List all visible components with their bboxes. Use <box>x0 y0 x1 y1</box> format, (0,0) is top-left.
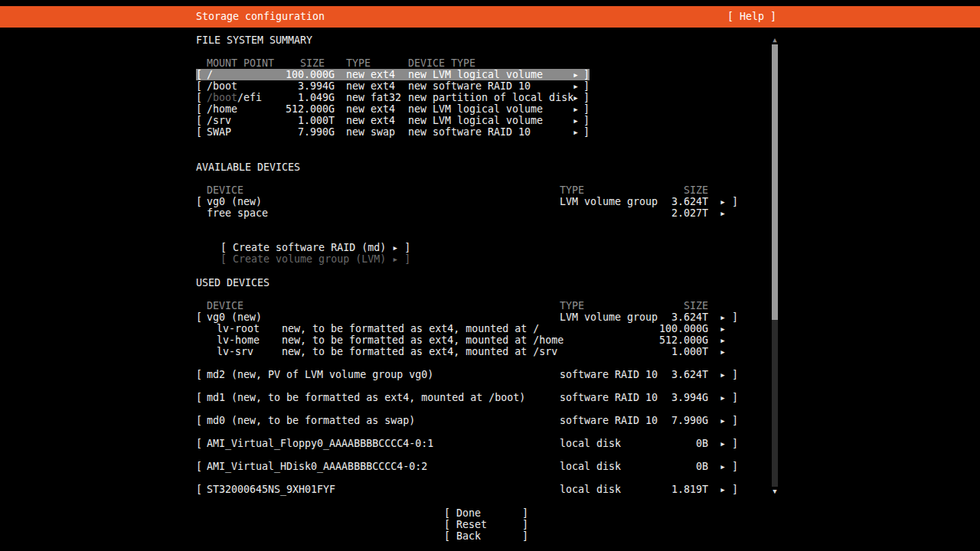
col-device-type: DEVICE TYPE <box>408 57 475 69</box>
reset-label: Reset <box>456 519 487 530</box>
row-menu-arrow-icon: ▸ <box>573 115 579 126</box>
size-value: 0B <box>632 438 708 449</box>
mount-prefix: /boot <box>207 92 237 103</box>
done-label: Done <box>456 507 481 519</box>
scroll-up-icon[interactable]: ▲ <box>770 35 779 44</box>
row-menu-arrow-icon: ▸ <box>720 484 726 495</box>
bracket-open: [ <box>196 311 202 323</box>
device-type: local disk <box>560 484 621 495</box>
mount-path: /efi <box>237 92 262 103</box>
scrollbar[interactable]: ▲ ▼ <box>770 35 779 496</box>
lv-description: new, to be formatted as ext4, mounted at… <box>282 334 564 346</box>
col-type: TYPE <box>560 184 584 196</box>
help-button[interactable]: [ Help ] <box>727 11 776 22</box>
device-type: new software RAID 10 <box>408 126 531 138</box>
device-type: new LVM logical volume <box>408 103 543 115</box>
device-name: vg0 (new) <box>207 311 262 323</box>
size-value: 1.000T <box>273 115 335 126</box>
used-row-virtual-hdisk[interactable]: [ AMI_Virtual_HDisk0_AAAABBBBCCCC4-0:2 l… <box>196 461 738 472</box>
mount-point: /srv <box>207 115 231 126</box>
used-row-md1[interactable]: [ md1 (new, to be formatted as ext4, mou… <box>196 392 738 403</box>
bracket-close: ] <box>732 415 738 426</box>
fs-row-boot[interactable]: [ /boot 3.994G new ext4 new software RAI… <box>196 80 590 92</box>
create-vg-label: Create volume group (LVM) <box>233 253 386 265</box>
fs-type: new ext4 <box>346 69 395 80</box>
done-button[interactable]: [ Done ] <box>444 507 530 519</box>
device-name: md0 (new, to be formatted as swap) <box>207 415 415 426</box>
mount-point: / <box>207 69 213 80</box>
bracket-open: [ <box>196 438 202 449</box>
fs-type: new fat32 <box>346 92 401 103</box>
used-row-st32000645ns[interactable]: [ ST32000645NS_9XH01FYF local disk 1.819… <box>196 484 738 495</box>
page-title: Storage configuration <box>196 11 325 22</box>
bracket-open: [ <box>196 115 202 126</box>
row-menu-arrow-icon: ▸ <box>573 103 579 115</box>
used-row-lv-home[interactable]: lv-home new, to be formatted as ext4, mo… <box>196 334 738 346</box>
row-menu-arrow-icon: ▸ <box>573 92 579 103</box>
fs-type: new swap <box>346 126 395 138</box>
scrollbar-track[interactable] <box>772 44 778 487</box>
used-row-lv-root[interactable]: lv-root new, to be formatted as ext4, mo… <box>196 323 738 334</box>
bracket-open: [ <box>196 126 202 138</box>
fs-row-swap[interactable]: [ SWAP 7.990G new swap new software RAID… <box>196 126 590 138</box>
fs-type: new ext4 <box>346 115 395 126</box>
bracket-close: ] <box>732 311 738 323</box>
used-row-lv-srv[interactable]: lv-srv new, to be formatted as ext4, mou… <box>196 346 738 357</box>
size-value: 1.819T <box>632 484 708 495</box>
size-value: 100.000G <box>273 69 335 80</box>
scroll-down-icon[interactable]: ▼ <box>770 487 779 496</box>
mount-path: /srv <box>207 115 231 126</box>
reset-button[interactable]: [ Reset ] <box>444 519 530 530</box>
device-name: md2 (new, PV of LVM volume group vg0) <box>207 369 433 380</box>
col-type: TYPE <box>346 57 371 69</box>
mount-path: /boot <box>207 80 237 92</box>
col-mount-point: MOUNT POINT <box>207 57 274 69</box>
bracket-close: ] <box>583 115 590 126</box>
used-row-virtual-floppy[interactable]: [ AMI_Virtual_Floppy0_AAAABBBBCCCC4-0:1 … <box>196 438 738 449</box>
bracket-open: [ <box>196 369 202 380</box>
bracket-close: ] <box>732 484 738 495</box>
row-menu-arrow-icon: ▸ <box>720 334 726 346</box>
bracket-open: [ <box>196 196 202 207</box>
device-type: new LVM logical volume <box>408 115 543 126</box>
back-label: Back <box>456 530 481 542</box>
row-menu-arrow-icon: ▸ <box>720 415 726 426</box>
bracket-close: ] <box>404 253 410 265</box>
scrollbar-thumb[interactable] <box>772 44 778 320</box>
fs-type: new ext4 <box>346 80 395 92</box>
used-row-vg0[interactable]: [ vg0 (new) LVM volume group 3.624T ▸ ] <box>196 311 738 323</box>
row-menu-arrow-icon: ▸ <box>720 346 726 357</box>
available-devices-heading: AVAILABLE DEVICES <box>196 161 300 173</box>
device-name: AMI_Virtual_Floppy0_AAAABBBBCCCC4-0:1 <box>207 438 433 449</box>
col-size: SIZE <box>684 184 708 196</box>
row-menu-arrow-icon: ▸ <box>720 438 726 449</box>
available-row-vg0[interactable]: [ vg0 (new) LVM volume group 3.624T ▸ ] <box>196 196 738 207</box>
fs-summary-heading: FILE SYSTEM SUMMARY <box>196 34 312 46</box>
create-software-raid-button[interactable]: [Create software RAID (md)▸] <box>196 230 410 242</box>
fs-row-root[interactable]: [ / 100.000G new ext4 new LVM logical vo… <box>196 69 590 80</box>
fs-row-boot-efi[interactable]: [ /boot/efi 1.049G new fat32 new partiti… <box>196 92 590 103</box>
col-type: TYPE <box>560 300 584 311</box>
size-value: 512.000G <box>632 334 708 346</box>
fs-row-home[interactable]: [ /home 512.000G new ext4 new LVM logica… <box>196 103 590 115</box>
available-row-free-space[interactable]: free space 2.027T ▸ <box>196 207 738 219</box>
lv-description: new, to be formatted as ext4, mounted at… <box>282 323 539 334</box>
bracket-open: [ <box>196 392 202 403</box>
bracket-close: ] <box>522 507 528 519</box>
bracket-close: ] <box>583 69 590 80</box>
lv-name: lv-root <box>217 323 260 334</box>
size-value: 2.027T <box>632 207 708 219</box>
bracket-open: [ <box>444 519 450 530</box>
used-row-md2[interactable]: [ md2 (new, PV of LVM volume group vg0) … <box>196 369 738 380</box>
bracket-close: ] <box>732 369 738 380</box>
device-name: md1 (new, to be formatted as ext4, mount… <box>207 392 525 403</box>
size-value: 1.049G <box>273 92 335 103</box>
size-value: 512.000G <box>273 103 335 115</box>
fs-type: new ext4 <box>346 103 395 115</box>
back-button[interactable]: [ Back ] <box>444 530 530 542</box>
bracket-open: [ <box>196 92 202 103</box>
bracket-open: [ <box>196 415 202 426</box>
fs-row-srv[interactable]: [ /srv 1.000T new ext4 new LVM logical v… <box>196 115 590 126</box>
device-name: free space <box>207 207 268 219</box>
used-row-md0[interactable]: [ md0 (new, to be formatted as swap) sof… <box>196 415 738 426</box>
